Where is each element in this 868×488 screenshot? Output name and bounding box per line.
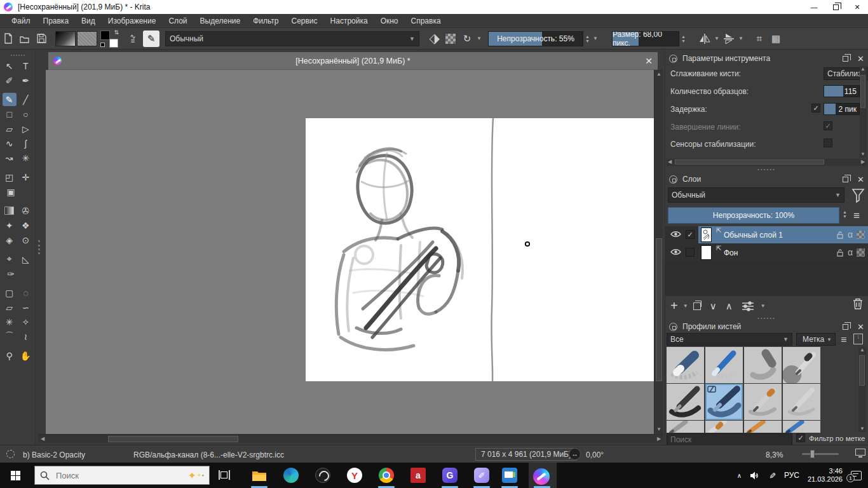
assistants-tool[interactable]: ⌖ — [3, 252, 17, 266]
color-sampler-tool[interactable]: ✇ — [18, 204, 32, 217]
language-indicator[interactable]: РУС — [784, 471, 799, 480]
zoom-tool[interactable]: ⚲ — [3, 349, 17, 362]
foreground-color-swatch[interactable] — [100, 30, 110, 40]
canvas-rotation-value[interactable]: 0,00° — [586, 451, 604, 459]
layer-select-checkbox[interactable] — [686, 248, 695, 257]
taskbar-search[interactable]: ✦✦● — [34, 466, 210, 485]
tool-options-hscrollbar[interactable]: ◀ ▶ — [667, 159, 867, 166]
menu-edit[interactable]: Правка — [37, 17, 76, 25]
eraser-mode-button[interactable]: ◪ — [426, 30, 442, 47]
menu-layer[interactable]: Слой — [162, 17, 193, 25]
brush-preset-eraser-block[interactable] — [667, 347, 704, 383]
menu-view[interactable]: Вид — [75, 17, 102, 25]
scroll-thumb[interactable] — [675, 159, 824, 165]
stabilizer-sensors-checkbox[interactable] — [824, 139, 832, 147]
layer-properties-icon[interactable] — [742, 301, 756, 311]
layer-visible-icon[interactable] — [670, 230, 681, 238]
docker-splitter-handle[interactable] — [38, 240, 40, 254]
layer-select-checkbox[interactable]: ✓ — [686, 230, 695, 239]
fg-bg-color-selector[interactable]: ⇅ — [100, 30, 119, 48]
brush-preset-pencil-gray[interactable] — [667, 421, 704, 433]
scroll-up-icon[interactable]: ▲ — [858, 65, 867, 74]
layer-alpha-icon[interactable]: α — [848, 248, 853, 257]
taskbar-search-input[interactable] — [55, 470, 150, 481]
layer-blending-dropdown[interactable]: Обычный ▼ — [668, 187, 844, 203]
volume-icon[interactable] — [750, 471, 761, 480]
preset-filter-dropdown[interactable]: Все ▼ — [667, 333, 792, 346]
move-layer-down-button[interactable]: ∨ — [710, 301, 717, 312]
fit-to-screen-icon[interactable] — [855, 449, 865, 456]
ellipse-tool[interactable]: ○ — [18, 107, 32, 121]
multibrush-tool[interactable]: ✳ — [18, 151, 32, 165]
samples-slider[interactable]: 115 — [824, 85, 860, 97]
menu-select[interactable]: Выделение — [194, 17, 247, 25]
contiguous-select-tool[interactable]: ✧ — [18, 315, 32, 329]
brush-editor-button[interactable]: ✎ — [143, 30, 159, 47]
chevron-down-icon[interactable]: ▼ — [759, 303, 767, 309]
pattern-chooser-button[interactable] — [77, 31, 97, 46]
calligraphy-tool[interactable]: ✒ — [18, 74, 32, 87]
add-layer-button[interactable]: + — [670, 299, 678, 313]
canvas-vertical-scrollbar[interactable]: ▲ ▼ — [654, 70, 663, 434]
layer-filter-icon[interactable] — [851, 187, 866, 204]
transform-tool[interactable]: ◰ — [3, 170, 17, 184]
bezier-select-tool[interactable]: ⌒ — [3, 330, 17, 343]
canvas-horizontal-scrollbar[interactable]: ◀ ▶ — [38, 434, 663, 443]
default-colors-icon[interactable] — [100, 43, 105, 47]
canvas[interactable] — [306, 118, 654, 381]
menu-image[interactable]: Изображение — [102, 17, 163, 25]
taskbar-amd[interactable]: a — [405, 465, 431, 485]
menu-settings[interactable]: Настройка — [324, 17, 374, 25]
magnetic-select-tool[interactable]: ≀ — [18, 330, 32, 343]
brush-preset-airbrush[interactable] — [783, 347, 820, 383]
taskbar-photos-app[interactable] — [497, 465, 522, 485]
reference-images-tool[interactable]: ✑ — [4, 267, 18, 280]
brush-settings-button[interactable]: ∿≡ — [125, 30, 141, 47]
mirror-vertical-button[interactable] — [721, 30, 737, 47]
scroll-thumb[interactable] — [859, 355, 865, 386]
chevron-down-icon[interactable]: ▼ — [682, 303, 689, 309]
tool-options-header[interactable]: Параметры инструмента ✕ — [665, 52, 868, 65]
layer-row-paint[interactable]: ✓ ⇱ Обычный слой 1 α — [665, 226, 868, 243]
menu-file[interactable]: Файл — [5, 17, 37, 25]
opacity-slider[interactable]: Непрозрачность: 55% — [488, 31, 583, 46]
preserve-alpha-button[interactable] — [442, 30, 459, 47]
taskbar-g-app[interactable]: G — [437, 465, 463, 485]
docker-splitter-handle[interactable]: •••••• — [665, 168, 868, 172]
edit-shapes-tool[interactable]: ✐ — [3, 74, 17, 87]
taskbar-lavender-app[interactable]: ✐ — [469, 465, 494, 485]
line-tool[interactable]: ╱ — [18, 93, 32, 106]
delete-layer-button[interactable] — [852, 297, 864, 310]
taskbar-yandex[interactable]: Y — [342, 465, 367, 485]
tray-expand-icon[interactable]: ∧ — [737, 472, 742, 479]
brush-preset-ink-pen[interactable] — [667, 384, 704, 420]
pen-settings-icon[interactable]: ✎ — [768, 472, 777, 479]
trim-to-image-button[interactable]: ⌗ — [751, 30, 768, 47]
freehand-brush-tool[interactable]: ✎ — [3, 93, 17, 106]
size-slider[interactable]: Размер: 68,00 пикс. — [612, 31, 679, 46]
brush-preset-pen-blue[interactable] — [783, 421, 820, 433]
presets-menu-icon[interactable]: ≡ — [841, 334, 846, 346]
scroll-right-icon[interactable]: ▶ — [858, 158, 867, 166]
brush-preset-pencil-orange[interactable] — [744, 421, 782, 433]
delay-checkbox[interactable]: ✓ — [811, 104, 820, 112]
brush-preset-pencil-soft[interactable] — [705, 421, 743, 433]
notification-center-icon[interactable]: 1 — [851, 471, 862, 480]
layer-visible-icon[interactable] — [670, 248, 681, 256]
rectangle-tool[interactable]: □ — [3, 107, 17, 121]
delay-slider[interactable]: 2 пик — [824, 103, 860, 115]
canvas-viewport[interactable] — [46, 70, 654, 434]
similar-select-tool[interactable]: ✳ — [3, 315, 17, 329]
presets-vscrollbar[interactable]: ▲ ▼ — [858, 347, 866, 432]
current-brush-name[interactable]: b) Basic-2 Opacity — [23, 451, 85, 459]
scroll-down-icon[interactable]: ▼ — [858, 424, 867, 433]
pan-tool[interactable]: ✋ — [18, 349, 32, 362]
image-dimensions[interactable]: 7 016 x 4 961 (201,9 МиБ) — [475, 448, 577, 461]
scroll-right-icon[interactable]: ▶ — [654, 435, 663, 444]
zoom-slider[interactable] — [802, 453, 839, 455]
chevron-down-icon[interactable]: ▼ — [737, 36, 745, 41]
layer-alpha-checker-icon[interactable] — [857, 231, 865, 239]
gradient-tool[interactable] — [3, 204, 17, 217]
layer-alpha-checker-icon[interactable] — [857, 248, 865, 257]
taskbar-explorer[interactable] — [247, 465, 272, 485]
